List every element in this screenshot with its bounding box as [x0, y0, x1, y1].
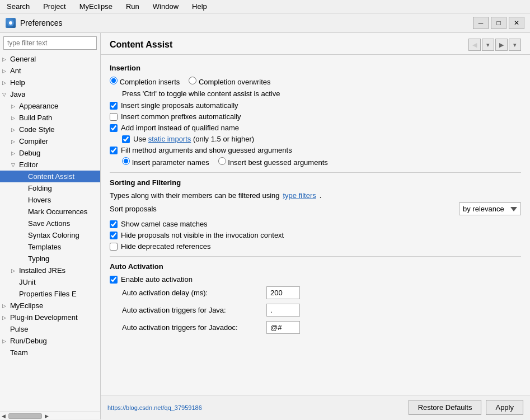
- tree-item[interactable]: ▷MyEclipse: [0, 300, 100, 312]
- completion-mode-group: Completion inserts Completion overwrites: [110, 77, 521, 86]
- tree-item-label: Typing: [28, 254, 49, 263]
- tree-item[interactable]: ▷Help: [0, 77, 100, 88]
- insert-single-label[interactable]: Insert single proposals automatically: [121, 101, 238, 110]
- menu-run[interactable]: Run: [124, 1, 142, 12]
- insert-param-radio[interactable]: [122, 157, 130, 165]
- scroll-thumb[interactable]: [8, 413, 42, 419]
- hide-deprecated-label[interactable]: Hide deprecated references: [121, 242, 210, 251]
- tree-item[interactable]: ▽Editor: [0, 159, 100, 171]
- tree-item-label: Editor: [19, 161, 38, 169]
- tree-item[interactable]: ▷General: [0, 53, 100, 65]
- type-filters-link[interactable]: type filters: [283, 191, 316, 200]
- hide-not-visible-checkbox[interactable]: [110, 232, 118, 239]
- tree-item[interactable]: Typing: [0, 253, 100, 265]
- tree-item-label: Help: [10, 78, 25, 87]
- fill-method-label[interactable]: Fill method arguments and show guessed a…: [121, 146, 292, 154]
- tree-item[interactable]: Content Assist: [0, 171, 100, 182]
- menu-window[interactable]: Window: [151, 1, 181, 12]
- tree-item[interactable]: ▷Plug-in Development: [0, 312, 100, 323]
- tree-item[interactable]: Syntax Coloring: [0, 229, 100, 241]
- forward-dropdown-button[interactable]: ▾: [509, 39, 521, 51]
- tree-item[interactable]: JUnit: [0, 276, 100, 288]
- tree-item[interactable]: Hovers: [0, 194, 100, 206]
- tree-item-label: Content Assist: [28, 172, 74, 181]
- menu-project[interactable]: Project: [41, 1, 68, 12]
- menu-help[interactable]: Help: [190, 1, 209, 12]
- enable-auto-activation-checkbox[interactable]: [110, 276, 118, 284]
- tree-arrow-icon: ▷: [2, 56, 8, 62]
- insert-common-checkbox[interactable]: [110, 113, 118, 121]
- completion-overwrites-radio[interactable]: [189, 77, 196, 84]
- tree-item[interactable]: ▷Code Style: [0, 124, 100, 135]
- insert-common-row: Insert common prefixes automatically: [110, 112, 521, 121]
- hide-deprecated-checkbox[interactable]: [110, 243, 118, 251]
- tree-item[interactable]: Properties Files E: [0, 288, 100, 300]
- back-dropdown-button[interactable]: ▾: [482, 39, 494, 51]
- static-imports-link[interactable]: static imports: [148, 135, 191, 143]
- main-layout: ▷General▷Ant▷Help▽Java▷Appearance▷Build …: [0, 33, 530, 419]
- camel-case-checkbox[interactable]: [110, 220, 118, 228]
- insert-common-label[interactable]: Insert common prefixes automatically: [121, 112, 241, 121]
- delay-input[interactable]: [266, 286, 300, 299]
- fill-method-checkbox[interactable]: [110, 147, 118, 154]
- scroll-right-arrow[interactable]: ▶: [43, 413, 50, 419]
- tree-item[interactable]: ▷Run/Debug: [0, 335, 100, 347]
- tree-item[interactable]: ▽Java: [0, 88, 100, 100]
- menu-myeclipse[interactable]: MyEclipse: [77, 1, 115, 12]
- tree-item[interactable]: ▷Build Path: [0, 112, 100, 124]
- hide-deprecated-row: Hide deprecated references: [110, 242, 521, 251]
- tree-item-label: Hovers: [28, 196, 51, 204]
- filter-input[interactable]: [3, 36, 97, 50]
- completion-inserts-radio[interactable]: [110, 77, 118, 84]
- tree-item-label: MyEclipse: [10, 301, 43, 310]
- type-filters-row: Types along with their members can be fi…: [110, 191, 521, 200]
- add-import-label[interactable]: Add import instead of qualified name: [121, 124, 239, 132]
- enable-auto-activation-label[interactable]: Enable auto activation: [121, 275, 193, 284]
- use-static-label[interactable]: Use static imports (only 1.5 or higher): [133, 135, 254, 143]
- insert-best-label[interactable]: Insert best guessed arguments: [218, 157, 328, 167]
- java-triggers-input[interactable]: [266, 304, 300, 317]
- sorting-section-title: Sorting and Filtering: [110, 178, 521, 187]
- close-button[interactable]: ✕: [509, 17, 524, 29]
- tree-item-label: Team: [10, 348, 28, 357]
- horizontal-scrollbar[interactable]: ◀ ▶: [0, 412, 100, 419]
- tree-item[interactable]: ▷Appearance: [0, 100, 100, 112]
- tree-item[interactable]: Team: [0, 347, 100, 358]
- tree-item[interactable]: Mark Occurrences: [0, 206, 100, 218]
- add-import-checkbox[interactable]: [110, 124, 118, 132]
- insert-single-checkbox[interactable]: [110, 102, 118, 110]
- completion-overwrites-label[interactable]: Completion overwrites: [189, 77, 270, 86]
- back-button[interactable]: ◀: [468, 39, 481, 51]
- tree-item[interactable]: Pulse: [0, 323, 100, 335]
- insert-best-radio[interactable]: [218, 157, 226, 165]
- tree-item[interactable]: Folding: [0, 182, 100, 194]
- parameter-mode-group: Insert parameter names Insert best guess…: [122, 157, 521, 167]
- ctrl-hint-text: Press 'Ctrl' to toggle while content ass…: [122, 89, 280, 98]
- javadoc-triggers-input[interactable]: [266, 321, 300, 334]
- tree-item-label: Code Style: [19, 125, 55, 134]
- sort-proposals-select[interactable]: by relevance alphabetically: [459, 202, 521, 215]
- tree-item[interactable]: ▷Ant: [0, 65, 100, 77]
- left-panel: ▷General▷Ant▷Help▽Java▷Appearance▷Build …: [0, 33, 101, 419]
- restore-defaults-button[interactable]: Restore Defaults: [409, 400, 482, 415]
- use-static-checkbox[interactable]: [122, 135, 130, 143]
- forward-button[interactable]: ▶: [495, 39, 508, 51]
- tree-item[interactable]: Templates: [0, 241, 100, 253]
- bottom-buttons: Restore Defaults Apply: [409, 400, 523, 415]
- hide-not-visible-label[interactable]: Hide proposals not visible in the invoca…: [121, 231, 284, 239]
- apply-button[interactable]: Apply: [486, 400, 523, 415]
- tree-item[interactable]: ▷Installed JREs: [0, 265, 100, 276]
- minimize-button[interactable]: ─: [473, 17, 489, 29]
- tree-item[interactable]: Save Actions: [0, 218, 100, 229]
- maximize-button[interactable]: □: [491, 17, 506, 29]
- menu-search[interactable]: Search: [4, 1, 32, 12]
- tree-item[interactable]: ▷Debug: [0, 147, 100, 159]
- javadoc-triggers-label: Auto activation triggers for Javadoc:: [110, 323, 266, 332]
- tree-item[interactable]: ▷Compiler: [0, 135, 100, 147]
- camel-case-label[interactable]: Show camel case matches: [121, 220, 208, 228]
- completion-inserts-label[interactable]: Completion inserts: [110, 77, 180, 86]
- scroll-left-arrow[interactable]: ◀: [0, 413, 7, 419]
- tree-arrow-icon: ▷: [11, 139, 17, 144]
- hide-not-visible-row: Hide proposals not visible in the invoca…: [110, 231, 521, 239]
- insert-param-label[interactable]: Insert parameter names: [122, 157, 209, 167]
